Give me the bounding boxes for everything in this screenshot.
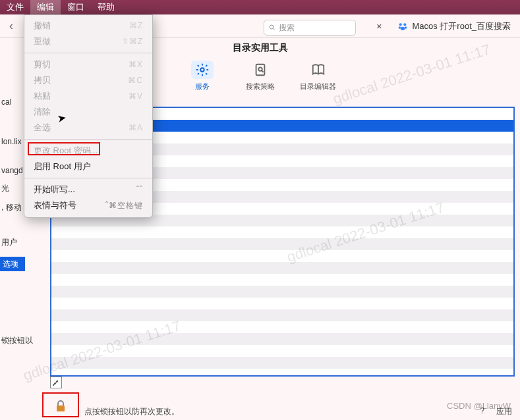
svg-point-8 — [270, 25, 274, 29]
menu-undo: 撤销⌘Z — [24, 18, 152, 34]
menu-edit[interactable]: 编辑 — [30, 0, 61, 14]
browser-tab-baidu[interactable]: Macos 打开root_百度搜索 — [392, 20, 516, 32]
menu-emoji-symbols[interactable]: 表情与符号ˆ⌘空格键 — [24, 197, 152, 213]
svg-point-3 — [405, 26, 407, 28]
gear-icon — [191, 61, 214, 79]
menu-change-root-password: 更改 Root 密码... — [24, 143, 152, 159]
policy-icon — [249, 61, 272, 79]
menu-file[interactable]: 文件 — [0, 0, 30, 14]
back-button[interactable]: ‹ — [4, 19, 18, 34]
menu-enable-root-user[interactable]: 启用 Root 用户 — [24, 159, 152, 174]
edit-menu-dropdown: 撤销⌘Z 重做⇧⌘Z 剪切⌘X 拷贝⌘C 粘贴⌘V 清除 全选⌘A 更改 Roo… — [24, 14, 153, 218]
menu-window[interactable]: 窗口 — [61, 0, 91, 14]
list-row[interactable] — [51, 262, 513, 274]
list-row[interactable] — [51, 286, 513, 298]
search-input[interactable]: 搜索 — [264, 20, 356, 36]
menu-start-dictation[interactable]: 开始听写...ˆˆ — [24, 182, 152, 197]
toolbar-dir-editor-label: 目录编辑器 — [300, 82, 336, 92]
svg-point-2 — [399, 26, 401, 28]
lock-icon — [53, 398, 69, 415]
svg-point-1 — [404, 23, 407, 26]
edit-pencil-button[interactable] — [50, 377, 62, 388]
list-row[interactable] — [51, 321, 513, 333]
list-row[interactable] — [51, 238, 513, 250]
svg-point-0 — [399, 23, 402, 26]
search-placeholder: 搜索 — [279, 22, 295, 34]
list-row[interactable] — [51, 345, 513, 357]
menu-cut: 剪切⌘X — [24, 57, 152, 72]
lock-hint-text: 点按锁按钮以防再次更改。 — [84, 406, 179, 417]
csdn-watermark: CSDN @LlanyW — [447, 401, 511, 411]
toolbar-policy-label: 搜索策略 — [246, 82, 275, 92]
toolbar-policy[interactable]: 搜索策略 — [241, 61, 280, 92]
toolbar-dir-editor[interactable]: 目录编辑器 — [299, 61, 338, 92]
search-icon — [268, 24, 276, 32]
svg-rect-9 — [57, 406, 65, 411]
sidebar-selected-options[interactable]: 选项 — [0, 257, 25, 271]
menu-redo: 重做⇧⌘Z — [24, 34, 152, 49]
pencil-icon — [52, 379, 60, 386]
menu-clear: 清除 — [24, 104, 152, 120]
list-row[interactable] — [51, 357, 513, 369]
list-row[interactable] — [51, 226, 513, 238]
menu-paste: 粘贴⌘V — [24, 88, 152, 104]
menu-copy: 拷贝⌘C — [24, 72, 152, 88]
list-row[interactable] — [51, 298, 513, 309]
list-row[interactable] — [51, 309, 513, 321]
toolbar-services[interactable]: 服务 — [183, 61, 222, 92]
baidu-paw-icon — [397, 21, 408, 32]
list-row[interactable] — [51, 274, 513, 286]
menu-help[interactable]: 帮助 — [91, 0, 121, 14]
svg-point-4 — [401, 26, 405, 30]
lock-button[interactable] — [42, 392, 79, 417]
svg-rect-6 — [256, 65, 264, 76]
list-row[interactable] — [51, 333, 513, 345]
toolbar-services-label: 服务 — [195, 82, 210, 92]
svg-point-5 — [200, 68, 204, 72]
tab-close-button[interactable]: × — [376, 21, 387, 32]
list-row[interactable] — [51, 250, 513, 262]
book-icon — [307, 61, 330, 79]
menu-select-all: 全选⌘A — [24, 120, 152, 136]
browser-tab-label: Macos 打开root_百度搜索 — [412, 20, 511, 32]
